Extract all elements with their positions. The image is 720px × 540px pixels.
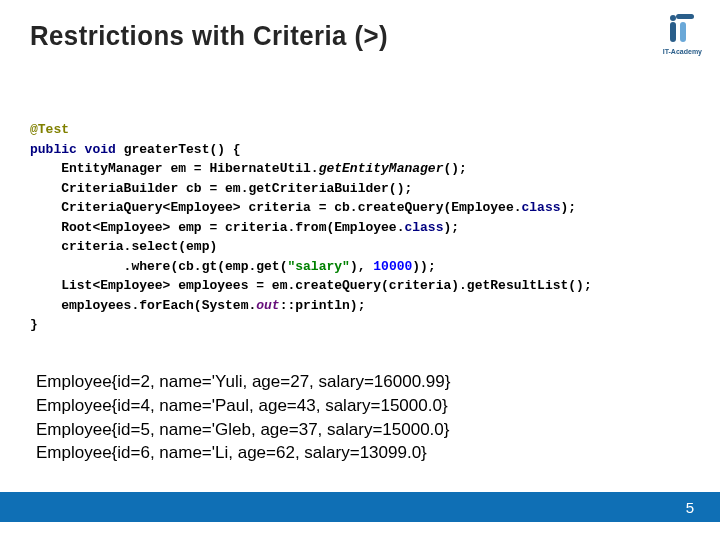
code-text: criteria.select(emp) bbox=[30, 239, 217, 254]
code-text: )); bbox=[412, 259, 435, 274]
code-text: .where(cb.gt(emp.get( bbox=[30, 259, 287, 274]
code-text: List<Employee> employees = em.createQuer… bbox=[30, 278, 592, 293]
code-block: @Test public void greaterTest() { Entity… bbox=[30, 120, 592, 335]
svg-rect-3 bbox=[680, 22, 686, 42]
code-text: employees.forEach(System. bbox=[30, 298, 256, 313]
code-keyword: class bbox=[404, 220, 443, 235]
logo: IT-Academy bbox=[663, 12, 702, 55]
output-line: Employee{id=6, name='Li, age=62, salary=… bbox=[36, 441, 450, 465]
svg-point-0 bbox=[670, 15, 676, 21]
code-field: out bbox=[256, 298, 279, 313]
code-text: CriteriaQuery<Employee> criteria = cb.cr… bbox=[30, 200, 521, 215]
code-static-call: getEntityManager bbox=[319, 161, 444, 176]
code-text: greaterTest() { bbox=[124, 142, 241, 157]
svg-rect-1 bbox=[676, 14, 694, 19]
output-line: Employee{id=5, name='Gleb, age=37, salar… bbox=[36, 418, 450, 442]
footer-bar bbox=[0, 492, 720, 522]
code-text: ), bbox=[350, 259, 373, 274]
page-number: 5 bbox=[686, 499, 694, 516]
code-text: CriteriaBuilder cb = em.getCriteriaBuild… bbox=[30, 181, 412, 196]
code-text: Root<Employee> emp = criteria.from(Emplo… bbox=[30, 220, 404, 235]
logo-label: IT-Academy bbox=[663, 48, 702, 55]
code-text: EntityManager em = HibernateUtil. bbox=[30, 161, 319, 176]
it-academy-icon bbox=[665, 12, 699, 46]
slide-title: Restrictions with Criteria (>) bbox=[30, 20, 388, 52]
code-keyword: public void bbox=[30, 142, 124, 157]
code-number: 10000 bbox=[373, 259, 412, 274]
output-block: Employee{id=2, name='Yuli, age=27, salar… bbox=[36, 370, 450, 465]
code-text: (); bbox=[443, 161, 466, 176]
code-text: } bbox=[30, 317, 38, 332]
output-line: Employee{id=2, name='Yuli, age=27, salar… bbox=[36, 370, 450, 394]
code-string: "salary" bbox=[287, 259, 349, 274]
output-line: Employee{id=4, name='Paul, age=43, salar… bbox=[36, 394, 450, 418]
code-text: ::println); bbox=[280, 298, 366, 313]
code-annotation: @Test bbox=[30, 122, 69, 137]
svg-rect-2 bbox=[670, 22, 676, 42]
code-text: ); bbox=[443, 220, 459, 235]
code-keyword: class bbox=[521, 200, 560, 215]
code-text: ); bbox=[561, 200, 577, 215]
